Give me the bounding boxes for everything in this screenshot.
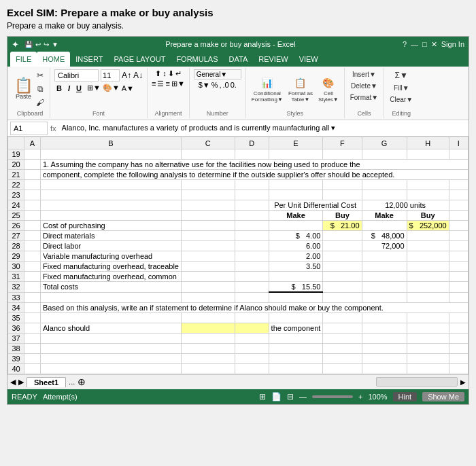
tab-formulas[interactable]: FORMULAS [171, 52, 223, 67]
page-subtitle: Prepare a make or buy analysis. [7, 21, 469, 31]
font-color-icon[interactable]: A▼ [122, 84, 134, 92]
table-row: 39 [8, 353, 469, 363]
copy-icon[interactable]: ⧉ [35, 83, 46, 95]
bold-button[interactable]: B [54, 84, 64, 92]
clear-button[interactable]: Clear▼ [388, 94, 414, 105]
font-label: Font [92, 109, 105, 117]
sheet-tabs-bar: ◀ ▶ Sheet1 ... ⊕ ▶ [7, 374, 469, 389]
sign-in-button[interactable]: Sign In [441, 40, 464, 48]
function-icon: fx [50, 124, 56, 132]
align-middle-icon[interactable]: ↕ [163, 69, 167, 78]
align-center-icon[interactable]: ☰ [157, 79, 164, 88]
cell-styles-button[interactable]: 🎨 CellStyles▼ [317, 74, 340, 104]
insert-cells-button[interactable]: Insert▼ [351, 69, 377, 79]
underline-button[interactable]: U [74, 84, 84, 92]
col-header-c[interactable]: C [181, 137, 235, 149]
save-icon[interactable]: 💾 [24, 41, 33, 48]
horizontal-scrollbar[interactable] [376, 377, 458, 387]
fill-button[interactable]: Fill▼ [392, 83, 411, 93]
formula-content: Alanco, Inc. manufactures a variety of p… [59, 123, 466, 133]
prev-sheet-icon[interactable]: ◀ [10, 378, 16, 387]
tab-insert[interactable]: INSERT [70, 52, 108, 67]
help-button[interactable]: ? [403, 40, 407, 48]
cells-label: Cells [357, 109, 371, 117]
fill-color-icon[interactable]: 🎨▼ [103, 84, 120, 92]
tab-review[interactable]: REVIEW [253, 52, 293, 67]
redo-icon[interactable]: ↪ [44, 41, 49, 48]
format-cells-button[interactable]: Format▼ [349, 92, 380, 103]
zoom-level: 100% [368, 393, 387, 401]
format-as-table-button[interactable]: 📋 Format asTable▼ [287, 74, 314, 104]
col-header-b[interactable]: B [41, 137, 182, 149]
scroll-right-icon[interactable]: ▶ [460, 378, 466, 386]
qa-dropdown-icon[interactable]: ▼ [52, 41, 58, 48]
table-row: 33 [8, 292, 469, 302]
conditional-formatting-button[interactable]: 📊 ConditionalFormatting▼ [250, 74, 284, 104]
wrap-text-icon[interactable]: ↵ [175, 69, 182, 78]
minimize-button[interactable]: — [411, 40, 418, 48]
hint-button[interactable]: Hint [393, 392, 418, 401]
format-painter-icon[interactable]: 🖌 [35, 96, 46, 109]
table-row: 21 component, complete the following ana… [8, 170, 469, 180]
percent-icon[interactable]: % [211, 81, 218, 89]
currency-icon[interactable]: $▼ [199, 81, 210, 89]
paste-button[interactable]: 📋 Paste [14, 77, 33, 101]
ready-status: READY [12, 393, 37, 401]
increase-font-icon[interactable]: A↑ [122, 71, 131, 80]
col-header-a[interactable]: A [24, 137, 41, 149]
tab-page-layout[interactable]: PAGE LAYOUT [108, 52, 171, 67]
view-page-layout-icon[interactable]: 📄 [271, 392, 282, 401]
spreadsheet-area: A B C D E F G H I 19 [7, 137, 469, 374]
merge-icon[interactable]: ⊞▼ [171, 79, 185, 88]
undo-icon[interactable]: ↩ [35, 41, 41, 48]
delete-cells-button[interactable]: Delete▼ [350, 81, 379, 91]
page-title: Excel SIM: Prepare a make or buy analysi… [7, 7, 469, 18]
table-row: 31 Fixed manufacturing overhead, common [8, 272, 469, 282]
col-header-e[interactable]: E [269, 137, 323, 149]
increase-decimal-icon[interactable]: .0 [223, 81, 229, 89]
col-header-i[interactable]: I [449, 137, 468, 149]
ribbon-group-styles: 📊 ConditionalFormatting▼ 📋 Format asTabl… [246, 68, 345, 118]
font-name-input[interactable] [54, 69, 99, 82]
editing-label: Editing [392, 109, 411, 117]
table-row: 29 Variable manufacturing overhead 2.00 [8, 251, 469, 262]
number-label: Number [207, 109, 228, 117]
zoom-slider[interactable] [312, 395, 353, 398]
col-header-f[interactable]: F [323, 137, 362, 149]
table-row: 35 [8, 312, 469, 323]
tab-home[interactable]: HOME [37, 52, 70, 67]
align-right-icon[interactable]: ≡ [165, 79, 169, 88]
tab-file[interactable]: FILE [10, 52, 37, 67]
table-row: 19 [8, 149, 469, 160]
align-left-icon[interactable]: ≡ [152, 79, 156, 88]
view-page-break-icon[interactable]: ⊟ [287, 392, 294, 401]
decrease-font-icon[interactable]: A↓ [133, 71, 143, 80]
border-icon[interactable]: ⊞▼ [87, 84, 101, 92]
zoom-increase-icon[interactable]: + [358, 393, 362, 401]
cut-icon[interactable]: ✂ [35, 69, 46, 82]
decrease-decimal-icon[interactable]: 0. [231, 81, 237, 89]
show-me-button[interactable]: Show Me [422, 392, 464, 401]
italic-button[interactable]: I [66, 84, 72, 92]
col-header-h[interactable]: H [407, 137, 449, 149]
name-box[interactable] [10, 122, 48, 135]
comma-icon[interactable]: , [219, 81, 221, 89]
zoom-decrease-icon[interactable]: — [299, 393, 307, 401]
col-header-d[interactable]: D [235, 137, 269, 149]
col-header-g[interactable]: G [362, 137, 407, 149]
add-sheet-button[interactable]: ⊕ [78, 376, 86, 387]
close-button[interactable]: ✕ [431, 40, 437, 49]
view-normal-icon[interactable]: ⊞ [259, 392, 266, 401]
sheet-tab-sheet1[interactable]: Sheet1 [27, 377, 66, 387]
maximize-button[interactable]: □ [422, 40, 427, 48]
font-size-input[interactable] [101, 69, 120, 82]
styles-label: Styles [286, 109, 303, 117]
next-sheet-icon[interactable]: ▶ [18, 378, 24, 387]
align-bottom-icon[interactable]: ⬇ [168, 69, 174, 78]
table-row: 32 Total costs $ 15.50 [8, 282, 469, 293]
sum-button[interactable]: Σ▼ [394, 69, 409, 82]
align-top-icon[interactable]: ⬆ [155, 69, 161, 78]
tab-view[interactable]: VIEW [294, 52, 324, 67]
tab-data[interactable]: DATA [224, 52, 254, 67]
table-row: 34 Based on this analysis, write an if s… [8, 302, 469, 312]
